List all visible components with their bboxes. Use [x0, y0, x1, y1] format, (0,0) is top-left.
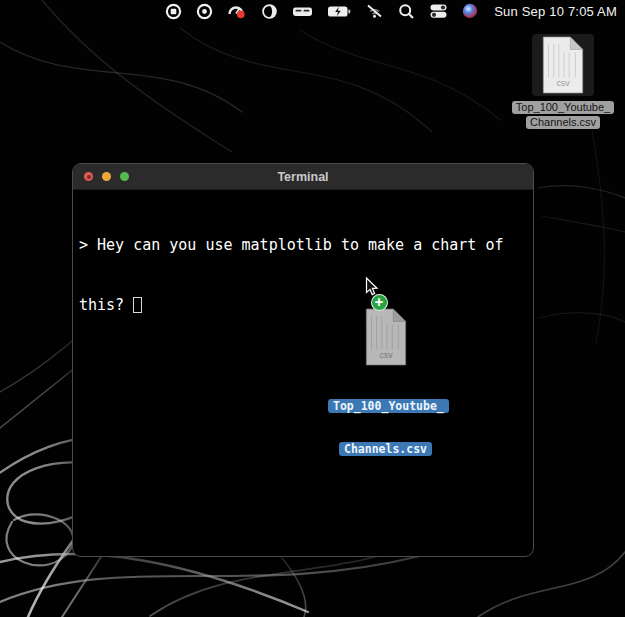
- moon-icon[interactable]: [261, 0, 278, 22]
- dragged-file-label-line1: Top_100_Youtube_: [328, 399, 449, 413]
- desktop-file-csv[interactable]: Top_100_Youtube_ Channels.csv: [508, 34, 618, 129]
- window-title: Terminal: [73, 170, 533, 184]
- terminal-prompt-line2-text: this?: [79, 296, 124, 314]
- terminal-content[interactable]: > Hey can you use matplotlib to make a c…: [73, 190, 533, 557]
- dragged-file-iconwrap: +: [362, 268, 410, 326]
- gauge-notification-icon[interactable]: [227, 0, 247, 22]
- terminal-prompt-line1: > Hey can you use matplotlib to make a c…: [79, 235, 527, 255]
- keyboard-icon[interactable]: [292, 0, 313, 22]
- dragged-file[interactable]: + Top_100_Youtube_ Channels.csv: [328, 228, 443, 510]
- terminal-window[interactable]: Terminal > Hey can you use matplotlib to…: [72, 163, 534, 557]
- desktop-file-selection-box: [532, 34, 594, 96]
- siri-icon[interactable]: [462, 0, 478, 22]
- record-icon[interactable]: [196, 0, 213, 22]
- menu-bar: Sun Sep 10 7:05 AM: [0, 0, 625, 22]
- desktop-file-label: Top_100_Youtube_ Channels.csv: [508, 99, 618, 129]
- desktop-file-label-line1: Top_100_Youtube_: [512, 101, 614, 114]
- spotlight-search-icon[interactable]: [398, 0, 415, 22]
- csv-file-icon-ghost: [362, 308, 410, 366]
- csv-file-icon: [539, 36, 587, 94]
- terminal-prompt-line2: this?: [79, 295, 527, 315]
- battery-charging-icon[interactable]: [327, 0, 351, 22]
- menu-bar-clock[interactable]: Sun Sep 10 7:05 AM: [492, 4, 617, 19]
- terminal-titlebar[interactable]: Terminal: [73, 164, 533, 190]
- desktop-file-label-line2: Channels.csv: [526, 116, 600, 129]
- wifi-off-icon[interactable]: [365, 0, 384, 22]
- mouse-cursor-icon: [365, 277, 379, 297]
- terminal-cursor: [133, 297, 142, 313]
- control-center-icon[interactable]: [429, 0, 448, 22]
- screen-record-stop-icon[interactable]: [165, 0, 182, 22]
